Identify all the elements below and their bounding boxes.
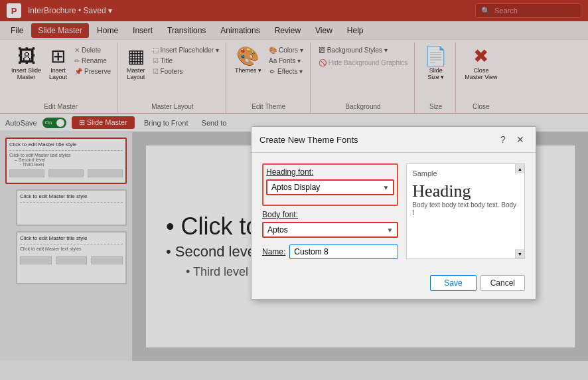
heading-font-dropdown-icon: ▼ (382, 184, 389, 191)
sample-heading-text: Heading (412, 181, 519, 201)
body-font-value: Aptos (267, 225, 386, 235)
sample-label: Sample (412, 169, 519, 177)
cancel-button[interactable]: Cancel (480, 275, 525, 291)
save-button[interactable]: Save (430, 275, 476, 291)
heading-font-label: Heading font: (266, 167, 394, 177)
heading-font-select[interactable]: Aptos Display ▼ (266, 179, 394, 195)
dialog-body: Heading font: Aptos Display ▼ Body font:… (252, 153, 536, 270)
dialog-help-btn[interactable]: ? (496, 132, 510, 147)
heading-font-value: Aptos Display (271, 183, 382, 192)
dialog-form: Heading font: Aptos Display ▼ Body font:… (262, 163, 398, 259)
sample-body-text: Body text body text body text. Body t (412, 201, 519, 216)
create-theme-fonts-dialog: Create New Theme Fonts ? ✕ Heading font:… (251, 126, 536, 300)
name-row: Name: (262, 244, 398, 259)
body-font-dropdown-icon: ▼ (386, 227, 393, 234)
name-label: Name: (262, 247, 285, 256)
body-font-label: Body font: (262, 210, 398, 219)
dialog-title: Create New Theme Fonts (259, 135, 358, 145)
dialog-overlay: Create New Theme Fonts ? ✕ Heading font:… (0, 0, 588, 380)
name-input[interactable] (289, 244, 398, 259)
heading-font-section: Heading font: Aptos Display ▼ (262, 163, 398, 206)
dialog-close-btn[interactable]: ✕ (513, 132, 528, 147)
sample-scroll-up[interactable]: ▲ (515, 164, 524, 173)
sample-scroll-down[interactable]: ▼ (515, 249, 524, 258)
dialog-controls: ? ✕ (496, 132, 528, 147)
body-font-select[interactable]: Aptos ▼ (262, 222, 398, 238)
dialog-title-bar: Create New Theme Fonts ? ✕ (252, 127, 536, 153)
sample-panel: Sample Heading Body text body text body … (406, 163, 525, 259)
dialog-footer: Save Cancel (252, 270, 536, 299)
